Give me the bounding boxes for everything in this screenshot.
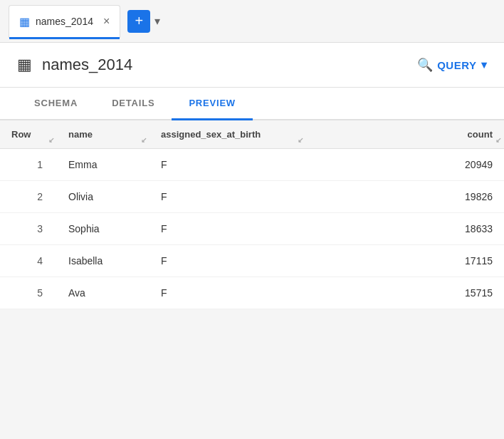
tab-dropdown-button[interactable]: ▾ <box>154 14 160 28</box>
table-row: 5 Ava F 15715 <box>0 277 504 309</box>
nav-tabs-row: SCHEMA DETAILS PREVIEW <box>0 88 504 120</box>
cell-name: Emma <box>57 149 149 181</box>
col-header-name: name ↙ <box>57 120 149 149</box>
cell-row-num: 4 <box>0 245 57 277</box>
page-title: names_2014 <box>42 56 407 74</box>
cell-row-num: 3 <box>0 213 57 245</box>
col-header-row: Row ↙ <box>0 120 57 149</box>
cell-row-num: 1 <box>0 149 57 181</box>
table-row: 2 Olivia F 19826 <box>0 181 504 213</box>
cell-sex: F <box>149 181 306 213</box>
cell-sex: F <box>149 213 306 245</box>
resize-handle-sex[interactable]: ↙ <box>298 136 303 144</box>
cell-count: 17115 <box>306 245 504 277</box>
header-table-icon: ▦ <box>17 56 32 74</box>
header-row: ▦ names_2014 🔍 QUERY ▾ <box>0 43 504 88</box>
table-row: 4 Isabella F 17115 <box>0 245 504 277</box>
tab-title-label: names_2014 <box>36 16 93 27</box>
table-header-row: Row ↙ name ↙ assigned_sex_at_birth ↙ cou… <box>0 120 504 149</box>
query-dropdown-icon[interactable]: ▾ <box>481 58 488 71</box>
cell-sex: F <box>149 245 306 277</box>
cell-name: Olivia <box>57 181 149 213</box>
tab-preview[interactable]: PREVIEW <box>172 88 253 120</box>
col-header-sex: assigned_sex_at_birth ↙ <box>149 120 306 149</box>
cell-row-num: 2 <box>0 181 57 213</box>
cell-name: Isabella <box>57 245 149 277</box>
resize-handle-name[interactable]: ↙ <box>141 136 147 144</box>
tab-details[interactable]: DETAILS <box>95 88 172 120</box>
query-label: QUERY <box>437 59 476 71</box>
add-tab-button[interactable]: + <box>127 10 150 33</box>
query-button[interactable]: 🔍 QUERY ▾ <box>417 57 487 73</box>
tab-names-2014[interactable]: ▦ names_2014 × <box>9 5 120 38</box>
table-body: 1 Emma F 20949 2 Olivia F 19826 3 Sophia… <box>0 149 504 309</box>
cell-sex: F <box>149 277 306 309</box>
cell-row-num: 5 <box>0 277 57 309</box>
tab-bar: ▦ names_2014 × + ▾ <box>0 0 504 43</box>
cell-count: 18633 <box>306 213 504 245</box>
data-table: Row ↙ name ↙ assigned_sex_at_birth ↙ cou… <box>0 120 504 309</box>
col-header-count: count ↙ <box>306 120 504 149</box>
cell-count: 20949 <box>306 149 504 181</box>
resize-handle-row[interactable]: ↙ <box>48 136 54 144</box>
table-row: 3 Sophia F 18633 <box>0 213 504 245</box>
tab-schema[interactable]: SCHEMA <box>17 88 95 120</box>
table-icon: ▦ <box>19 15 30 29</box>
content-area: ▦ names_2014 🔍 QUERY ▾ SCHEMA DETAILS PR… <box>0 43 504 309</box>
cell-sex: F <box>149 149 306 181</box>
table-row: 1 Emma F 20949 <box>0 149 504 181</box>
cell-name: Sophia <box>57 213 149 245</box>
query-search-icon: 🔍 <box>417 57 434 73</box>
tab-close-button[interactable]: × <box>103 15 110 28</box>
cell-count: 19826 <box>306 181 504 213</box>
resize-handle-count[interactable]: ↙ <box>495 136 501 144</box>
cell-name: Ava <box>57 277 149 309</box>
cell-count: 15715 <box>306 277 504 309</box>
